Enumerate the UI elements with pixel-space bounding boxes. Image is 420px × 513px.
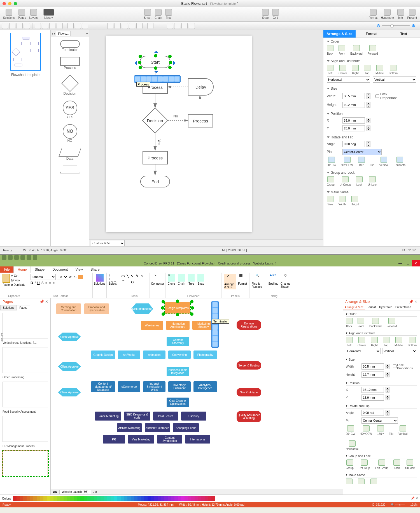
thumb-food[interactable] xyxy=(3,382,48,407)
color-swatch[interactable] xyxy=(13,496,17,501)
zoom-select[interactable]: Custom 96% xyxy=(91,240,125,246)
weditgroup[interactable]: Edit Group xyxy=(375,459,388,470)
color-swatch[interactable] xyxy=(84,496,87,501)
n-ca1[interactable]: Client Approve xyxy=(58,333,81,341)
color-swatch[interactable] xyxy=(205,496,208,501)
format2-btn[interactable]: ⬛Format xyxy=(238,274,247,289)
nav-fwd-icon[interactable]: › xyxy=(54,32,55,35)
order-front[interactable]: Front xyxy=(339,45,345,55)
group-btn[interactable]: Group xyxy=(327,176,335,186)
wpin-select[interactable]: Center-Center xyxy=(361,417,398,424)
wunlock[interactable]: UnLock xyxy=(405,459,415,470)
order-back[interactable]: Back xyxy=(327,45,333,55)
lock-prop-check[interactable] xyxy=(375,93,379,99)
n-server[interactable]: Server & Hosting xyxy=(237,361,261,370)
worder-front[interactable]: Front xyxy=(358,318,364,328)
walign-bottom[interactable]: Bottom xyxy=(408,337,417,347)
n-ai[interactable]: Analytics/ Intelligence xyxy=(193,381,217,392)
color-swatch[interactable] xyxy=(208,496,211,501)
align-left[interactable]: Left xyxy=(327,65,333,75)
tab-share[interactable]: Share xyxy=(87,266,104,273)
color-swatch[interactable] xyxy=(141,496,144,501)
wsame-w[interactable]: Width xyxy=(358,479,365,484)
n-domain[interactable]: Domain Registrations xyxy=(237,320,261,330)
zoom-in-icon[interactable]: ⊕ xyxy=(412,23,415,28)
n-usab[interactable]: Usability xyxy=(181,412,206,421)
n-paid[interactable]: Paid Search xyxy=(153,412,178,421)
canvas[interactable]: Start Process Process Delay Decision No … xyxy=(89,30,323,246)
same-height[interactable]: Height xyxy=(351,196,359,206)
rot-90ccw[interactable]: 90º CCW xyxy=(341,157,353,167)
wlock-check[interactable] xyxy=(393,363,396,369)
n-bti[interactable]: Business Tools Integration xyxy=(167,367,189,376)
tab-home[interactable]: Home xyxy=(13,266,31,273)
wsame-size[interactable]: Size xyxy=(346,479,353,484)
pin-select[interactable]: Center-Center xyxy=(342,149,382,155)
grow-font-icon[interactable]: A↑ xyxy=(69,275,73,278)
arrsize-btn[interactable]: ⤢Arrange & Size xyxy=(224,274,236,289)
node-process-2[interactable]: Process xyxy=(188,114,213,127)
color-swatch[interactable] xyxy=(43,496,47,501)
chain-button[interactable]: Chain xyxy=(155,9,162,19)
n-wiki[interactable]: Intranet Syndication/ Wikis xyxy=(143,381,165,392)
color-swatch[interactable] xyxy=(185,496,188,501)
align-center[interactable]: Center xyxy=(339,65,347,75)
select-btn[interactable]: Select xyxy=(109,274,116,285)
color-swatch[interactable] xyxy=(104,496,107,501)
n-synd[interactable]: Content Syndication xyxy=(157,435,182,444)
line-tool[interactable] xyxy=(35,23,41,29)
node-process-3[interactable]: Process xyxy=(143,151,168,164)
n-gco[interactable]: Goal Channel Optimization xyxy=(167,398,189,407)
wungroup[interactable]: UnGroup xyxy=(359,459,370,470)
thumb-website[interactable] xyxy=(3,451,48,476)
x-input[interactable] xyxy=(342,117,365,124)
qat-undo-icon[interactable] xyxy=(14,255,19,260)
underline-icon[interactable]: U xyxy=(37,281,40,285)
solutions-btn[interactable]: Solutions xyxy=(95,274,104,285)
wgroup[interactable]: Group xyxy=(346,459,354,470)
color-swatch[interactable] xyxy=(191,496,195,501)
n-meeting[interactable]: Meeting and Consultation xyxy=(56,303,81,314)
node-decision[interactable]: Decision xyxy=(142,107,168,133)
color-swatch[interactable] xyxy=(87,496,90,501)
tool-rotate-icon[interactable]: ⟳ xyxy=(131,280,134,285)
color-swatch[interactable] xyxy=(174,496,178,501)
color-swatch[interactable] xyxy=(164,496,168,501)
n-copy[interactable]: Copywriting xyxy=(168,350,191,359)
n-seo[interactable]: SEO-Keywords & code xyxy=(124,412,150,421)
color-swatch[interactable] xyxy=(178,496,181,501)
align-right-icon[interactable]: ≡ xyxy=(53,281,55,285)
paste-button[interactable]: Paste xyxy=(3,274,10,287)
solutions-tab[interactable]: Solutions xyxy=(0,305,17,310)
angle-input[interactable] xyxy=(342,141,365,147)
tool-d[interactable] xyxy=(136,23,143,29)
ungroup-btn[interactable]: UnGroup xyxy=(340,176,351,186)
layers-button[interactable]: Layers xyxy=(29,9,38,19)
shape-process[interactable]: Process xyxy=(51,57,89,70)
color-swatch[interactable] xyxy=(40,496,43,501)
color-swatch[interactable] xyxy=(134,496,137,501)
worder-back[interactable]: Back xyxy=(346,318,353,328)
color-swatch[interactable] xyxy=(121,496,124,501)
shape-decision[interactable]: Decision xyxy=(51,75,89,96)
qat-print-icon[interactable] xyxy=(27,255,31,260)
qat-more-icon[interactable] xyxy=(33,255,37,260)
rot-180[interactable]: 180º xyxy=(358,157,365,167)
font-select[interactable]: Tahoma xyxy=(31,274,56,280)
n-email[interactable]: E-mail Marketing xyxy=(95,412,121,421)
wheight-input[interactable] xyxy=(361,372,384,378)
n-gd[interactable]: Graphic Design xyxy=(91,350,115,359)
shape-trapezoid[interactable] xyxy=(51,166,89,173)
spell-btn[interactable]: ABCSpelling xyxy=(268,274,278,288)
color-swatch[interactable] xyxy=(37,496,40,501)
tree-button[interactable]: Tree xyxy=(165,9,172,19)
align-right[interactable]: Right xyxy=(352,65,359,75)
font-color-icon[interactable] xyxy=(78,275,83,279)
unlock-btn[interactable]: UnLock xyxy=(368,176,377,186)
clone-btn[interactable]: ⧉Clone xyxy=(168,274,175,285)
hand-tool[interactable] xyxy=(174,23,180,29)
color-swatch[interactable] xyxy=(151,496,154,501)
n-content[interactable]: Content Assembly xyxy=(167,337,189,346)
color-swatch[interactable] xyxy=(64,496,67,501)
tab-view[interactable]: View xyxy=(72,266,87,273)
